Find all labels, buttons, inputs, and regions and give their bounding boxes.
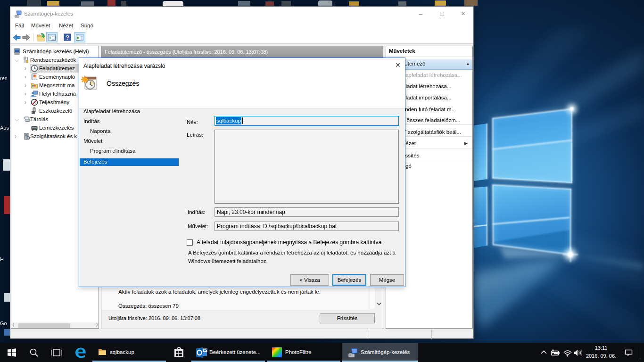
svg-text:?: ? (66, 34, 69, 41)
